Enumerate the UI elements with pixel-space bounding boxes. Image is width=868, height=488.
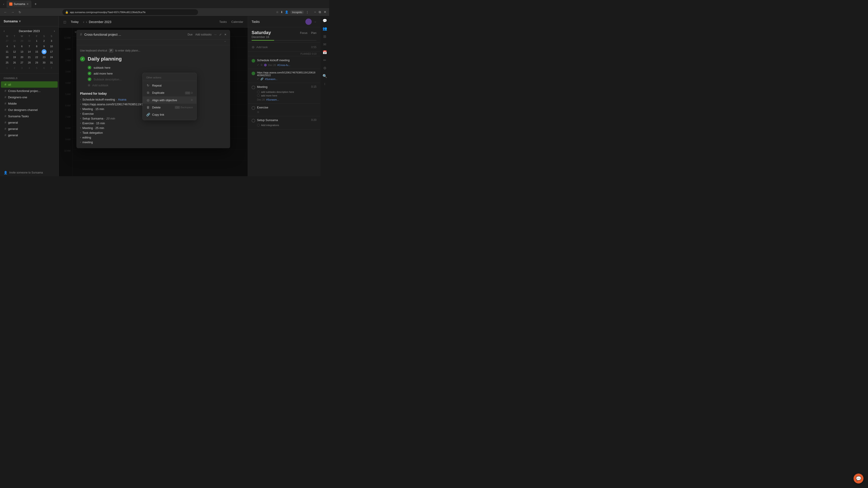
cal-day[interactable]: 8 <box>34 44 39 49</box>
channel-item-sunsama-tasks[interactable]: # Sunsama Tasks <box>1 113 58 119</box>
close-button[interactable]: ✕ <box>324 10 327 14</box>
cal-day[interactable]: 27 <box>20 60 24 65</box>
forward-button[interactable]: → <box>10 10 16 14</box>
mail-side-icon[interactable]: ✉ <box>323 42 326 46</box>
more-options-button[interactable]: ··· <box>214 33 217 36</box>
cal-day[interactable]: 3 <box>49 38 54 43</box>
maximize-button[interactable]: ⧉ <box>319 10 321 14</box>
minimize-button[interactable]: − <box>314 10 316 14</box>
cal-day-today[interactable]: 16 <box>41 49 46 54</box>
cal-day[interactable]: 1 <box>4 66 9 70</box>
active-tab[interactable]: Sunsama ✕ <box>6 0 32 8</box>
bookmark-icon[interactable]: ☆ <box>276 10 279 14</box>
cal-day[interactable]: 23 <box>41 55 46 60</box>
task-complete-check[interactable]: ✓ <box>80 57 85 61</box>
cal-day[interactable]: 21 <box>27 55 32 60</box>
cal-day[interactable]: 13 <box>20 49 24 54</box>
profile-icon[interactable]: 👤 <box>285 10 288 14</box>
cal-day[interactable]: 14 <box>27 49 32 54</box>
cal-day[interactable]: 1 <box>34 38 39 43</box>
cal-day[interactable]: 30 <box>27 38 32 43</box>
cal-day[interactable]: 15 <box>34 49 39 54</box>
cal-day[interactable]: 28 <box>12 38 17 43</box>
grid-side-icon[interactable]: ⊞ <box>323 34 326 39</box>
channel-item-middle[interactable]: # Middle <box>1 100 58 107</box>
subtask-mini-check[interactable] <box>257 94 260 97</box>
channel-item-all[interactable]: # all <box>1 81 58 88</box>
cal-day[interactable]: 4 <box>27 66 32 70</box>
sidebar-collapse-icon[interactable]: ◫ <box>63 20 66 24</box>
task-check-done[interactable] <box>252 59 255 63</box>
calendar-side-icon[interactable]: 📅 <box>322 50 327 55</box>
planned-link-asana[interactable]: Asana <box>118 98 126 101</box>
cal-day[interactable]: 30 <box>41 60 46 65</box>
address-bar[interactable]: 🔒 app.sunsama.com/group/moodjoy?taid=657… <box>62 9 198 15</box>
cal-day[interactable]: 18 <box>4 55 9 60</box>
tab-close-icon[interactable]: ✕ <box>26 2 29 6</box>
people-side-icon[interactable]: 👥 <box>322 26 327 31</box>
search-side-icon[interactable]: 🔍 <box>322 74 327 78</box>
task-check[interactable] <box>252 86 255 89</box>
plan-tab[interactable]: Plan <box>311 31 316 35</box>
subtask-check[interactable]: ✓ <box>88 77 91 81</box>
context-menu-item-duplicate[interactable]: ⧉ Duplicate Ctrl D <box>143 89 196 96</box>
task-check[interactable] <box>252 106 255 110</box>
sync-side-icon[interactable]: ↕ <box>324 82 326 86</box>
channel-item-our-designers[interactable]: # Our designers channel <box>1 107 58 113</box>
cal-day[interactable]: 7 <box>49 66 54 70</box>
cal-day[interactable]: 20 <box>20 55 24 60</box>
cal-day[interactable]: 24 <box>49 55 54 60</box>
cal-day[interactable]: 29 <box>20 38 24 43</box>
edit-side-icon[interactable]: ✏ <box>323 58 326 62</box>
cal-day[interactable]: 6 <box>20 44 24 49</box>
cal-day[interactable]: 7 <box>27 44 32 49</box>
cal-day[interactable]: 2 <box>12 66 17 70</box>
invite-button[interactable]: 👤 Invite someone to Sunsama <box>0 169 59 176</box>
focus-tab[interactable]: Focus <box>300 31 307 35</box>
add-subtasks-button[interactable]: Add subtasks <box>195 33 212 36</box>
subtask-mini-check[interactable] <box>257 91 260 93</box>
cal-day[interactable]: 22 <box>34 55 39 60</box>
cal-day[interactable]: 31 <box>49 60 54 65</box>
subtask-check[interactable]: ✓ <box>88 66 91 69</box>
reload-button[interactable]: ↻ <box>17 10 23 14</box>
cal-day[interactable]: 11 <box>4 49 9 54</box>
cal-day[interactable]: 9 <box>41 44 46 49</box>
tab-back-btn[interactable]: ‹ <box>2 2 6 6</box>
add-task-row[interactable]: ⊕ Add task 0:55 <box>248 43 320 52</box>
tab-tasks[interactable]: Tasks <box>219 19 227 24</box>
download-icon[interactable]: ⬇ <box>281 10 283 14</box>
cal-day[interactable]: 26 <box>12 60 17 65</box>
cal-day[interactable]: 28 <box>27 60 32 65</box>
next-month-button[interactable]: › <box>86 20 87 24</box>
cal-day[interactable]: 5 <box>12 44 17 49</box>
settings-side-icon[interactable]: ⚙ <box>323 66 327 70</box>
channel-item-general-3[interactable]: # general <box>1 132 58 138</box>
cal-day[interactable]: 25 <box>4 60 9 65</box>
cal-next-button[interactable]: › <box>54 29 55 33</box>
menu-icon[interactable]: ⋮ <box>306 10 309 14</box>
cal-prev-button[interactable]: ‹ <box>4 29 5 33</box>
cal-day[interactable]: 27 <box>4 38 9 43</box>
tab-calendar[interactable]: Calendar <box>231 19 243 24</box>
prev-month-button[interactable]: ‹ <box>83 20 84 24</box>
cal-day[interactable]: 6 <box>41 66 46 70</box>
channel-item-general-2[interactable]: # general <box>1 126 58 132</box>
context-menu-item-repeat[interactable]: ↻ Repeat <box>143 82 196 89</box>
cal-day[interactable]: 5 <box>34 66 39 70</box>
channel-item-designers-one[interactable]: # Designers-one <box>1 94 58 100</box>
cal-day[interactable]: 12 <box>12 49 17 54</box>
channel-item-general-1[interactable]: # general <box>1 119 58 126</box>
subtask-check[interactable]: ✓ <box>88 72 91 75</box>
cal-day[interactable]: 29 <box>34 60 39 65</box>
cal-day[interactable]: 4 <box>4 44 9 49</box>
cal-day[interactable]: 19 <box>12 55 17 60</box>
context-menu-item-copy-link[interactable]: 🔗 Copy link <box>143 111 196 118</box>
modal-close-button[interactable]: ✕ <box>224 33 226 36</box>
task-check[interactable] <box>252 119 255 123</box>
cal-day[interactable]: 10 <box>49 44 54 49</box>
cal-day[interactable]: 2 <box>41 38 46 43</box>
context-menu-item-delete[interactable]: 🗑 Delete Ctrl Backspace <box>143 104 196 111</box>
expand-button[interactable]: ⤢ <box>219 33 221 36</box>
panel-close-button[interactable]: → <box>313 20 316 24</box>
